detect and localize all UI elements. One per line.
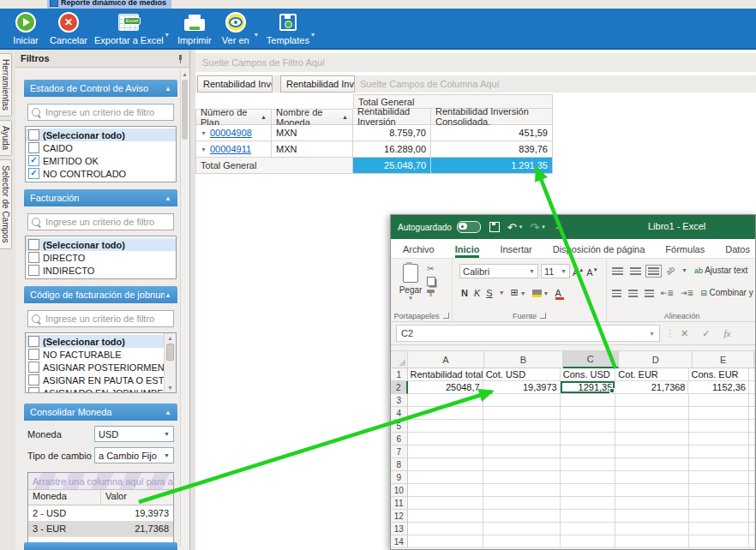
filter-option-asignado-en-jobnumber[interactable]: ASIGNADO EN JOBNUMBER	[26, 386, 176, 393]
redo-icon[interactable]: ↷	[530, 222, 539, 233]
cell-B8[interactable]	[483, 458, 561, 471]
select-all-corner[interactable]	[391, 351, 408, 368]
cell-D12[interactable]	[615, 510, 688, 523]
cell-C14[interactable]	[561, 535, 616, 548]
cell-B7[interactable]	[483, 445, 561, 458]
scroll-up-icon[interactable]: ▲	[165, 333, 176, 343]
cell-A12[interactable]	[408, 510, 483, 523]
cell-C13[interactable]	[561, 523, 616, 535]
list-scrollbar[interactable]: ▲▼	[164, 333, 176, 392]
toolbar-button-iniciar[interactable]: Iniciar	[9, 11, 43, 45]
cell-C9[interactable]	[561, 471, 616, 484]
cancel-entry-icon[interactable]: ✕	[681, 328, 688, 339]
cell-A10[interactable]	[408, 484, 483, 497]
insert-function-icon[interactable]: fx	[723, 328, 730, 338]
filter-option-seleccionar-todo[interactable]: (Seleccionar todo)	[26, 238, 176, 251]
row-header-12[interactable]: 12	[391, 510, 408, 523]
chevron-down-icon[interactable]: ▾	[311, 31, 315, 39]
cell-C12[interactable]	[561, 510, 616, 523]
row-header-6[interactable]: 6	[391, 433, 408, 445]
decrease-font-icon[interactable]: A▼	[586, 264, 597, 278]
cell-A13[interactable]	[408, 523, 483, 535]
tipo-cambio-select[interactable]: a Cambio Fijo ▼	[94, 447, 174, 463]
checkbox-icon[interactable]	[28, 336, 39, 347]
cell-A3[interactable]	[408, 394, 483, 407]
wrap-text-button[interactable]: ab Ajustar text	[694, 265, 747, 277]
checkbox-icon[interactable]	[28, 387, 39, 393]
cell-A5[interactable]	[408, 420, 483, 433]
window-tab[interactable]: Reporte dinámico de medios	[47, 0, 171, 9]
filter-option-asignar-en-pauta-o-estimado[interactable]: ASIGNAR EN PAUTA O ESTIMADO	[26, 374, 176, 386]
pin-icon[interactable]	[177, 55, 184, 63]
row-header-5[interactable]: 5	[391, 420, 408, 433]
filter-search-input[interactable]	[44, 216, 170, 228]
cell-D11[interactable]	[615, 497, 688, 510]
merge-center-button[interactable]: ⊟ Combinar y	[700, 287, 753, 299]
cell-D10[interactable]	[615, 484, 688, 497]
row-expander-icon[interactable]: ▼	[201, 130, 207, 136]
column-header-e[interactable]: E	[693, 351, 754, 368]
checkbox-icon[interactable]	[28, 239, 39, 250]
cell-C3[interactable]	[561, 394, 616, 407]
row-header-14[interactable]: 14	[391, 535, 408, 548]
filter-option-no-facturable[interactable]: NO FACTURABLE	[26, 348, 176, 361]
font-color-icon[interactable]: A	[555, 287, 564, 300]
row-header-nombre-de-moneda[interactable]: Nombre de Moneda ▲	[272, 109, 353, 125]
column-header-moneda[interactable]: Moneda	[28, 490, 101, 505]
cell-E11[interactable]	[689, 497, 750, 510]
column-header-rentabilidad-inversion[interactable]: Rentabilidad Inversión	[353, 109, 431, 125]
toolbar-button-ver-en[interactable]: Ver en	[219, 11, 253, 45]
cell-E2[interactable]: 1152,36	[688, 381, 749, 394]
formula-bar-splitter[interactable]: ⋮	[665, 327, 675, 339]
row-header-9[interactable]: 9	[391, 471, 408, 484]
excel-tab-datos[interactable]: Datos	[725, 244, 750, 258]
cell-B4[interactable]	[483, 407, 561, 420]
column-header-b[interactable]: B	[484, 351, 562, 368]
chevron-down-icon[interactable]: ▾	[255, 31, 258, 39]
row-header-10[interactable]: 10	[391, 484, 408, 497]
filters-scrollbar[interactable]: ▲	[180, 70, 189, 547]
checkbox-icon[interactable]	[28, 265, 39, 276]
cell-C10[interactable]	[561, 484, 616, 497]
row-header-numero-de-plan[interactable]: Número de Plan ▲	[195, 109, 272, 125]
collapse-chevron-icon[interactable]: ▲	[165, 85, 171, 93]
paste-button[interactable]: Pegar ▾	[396, 263, 425, 309]
cell-D5[interactable]	[615, 420, 688, 433]
cell-A1[interactable]: Rentabilidad total	[408, 368, 483, 381]
collapsed-section-header[interactable]	[24, 542, 177, 550]
filter-option-directo[interactable]: DIRECTO	[26, 251, 176, 264]
cell-E6[interactable]	[689, 433, 750, 445]
collapse-chevron-icon[interactable]: ▲	[165, 291, 171, 299]
data-field-button-1[interactable]: Rentabilidad Inve...	[197, 75, 273, 93]
scrollbar-thumb[interactable]	[166, 344, 174, 361]
cell-B14[interactable]	[483, 535, 561, 548]
excel-tab-insertar[interactable]: Insertar	[500, 244, 531, 258]
font-size-select[interactable]: 11 ▼	[541, 264, 570, 278]
filter-search-input[interactable]	[44, 106, 170, 118]
pivot-total-inversion[interactable]: 25.048,70	[353, 158, 431, 174]
name-box[interactable]: C2 ▼	[396, 325, 660, 342]
column-header-d[interactable]: D	[619, 351, 693, 368]
cell-B6[interactable]	[483, 433, 561, 445]
borders-icon[interactable]: ⊞ ▼	[511, 286, 526, 300]
row-header-4[interactable]: 4	[391, 407, 408, 420]
cell-C5[interactable]	[561, 420, 616, 433]
increase-indent-icon[interactable]: ⇥≣	[681, 287, 693, 299]
section-header-consolidar[interactable]: Consolidar Moneda ▲	[24, 404, 177, 421]
cell-E8[interactable]	[689, 458, 750, 471]
cell-C2[interactable]: 1291,35	[561, 381, 616, 394]
collapse-chevron-icon[interactable]: ▲	[165, 409, 171, 416]
copy-icon[interactable]	[427, 277, 435, 286]
checkbox-icon[interactable]	[28, 362, 39, 373]
row-header-13[interactable]: 13	[391, 523, 408, 535]
row-header-8[interactable]: 8	[391, 458, 408, 471]
decrease-indent-icon[interactable]: ⇤≣	[661, 287, 674, 299]
filter-option-seleccionar-todo[interactable]: (Seleccionar todo)	[26, 129, 176, 141]
cell-A6[interactable]	[408, 433, 483, 445]
cell-C4[interactable]	[561, 407, 616, 420]
cell-D3[interactable]	[615, 394, 688, 407]
toolbar-button-exportar-a-excel[interactable]: ExcelExportar a Excel	[94, 11, 164, 45]
fill-color-icon[interactable]: ▼	[532, 286, 549, 300]
scrollbar-thumb[interactable]	[182, 80, 188, 140]
cell-E12[interactable]	[689, 510, 750, 523]
